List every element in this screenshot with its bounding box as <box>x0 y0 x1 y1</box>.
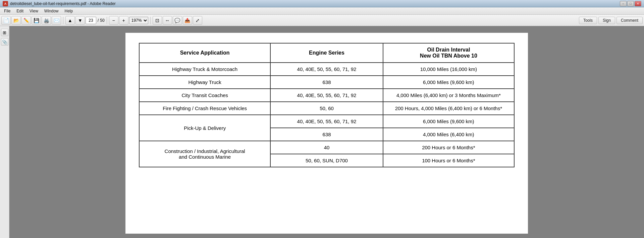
comment-button[interactable]: Comment <box>616 17 643 24</box>
new-button[interactable]: 📄 <box>1 16 11 25</box>
tools-button[interactable]: Tools <box>579 17 597 24</box>
header-service: Service Application <box>139 43 270 63</box>
title-bar-buttons: – □ ✕ <box>620 1 641 6</box>
table-row: Highway Truck 638 6,000 Miles (9,600 km) <box>139 76 514 89</box>
sep2 <box>107 17 107 24</box>
page-nav: / 50 <box>86 17 105 24</box>
title-bar-left: A detroitdiesel_lube-oil-fuel-requiremen… <box>3 1 116 6</box>
service-cell: City Transit Coaches <box>139 89 270 102</box>
sep1 <box>63 17 63 24</box>
attachments-button[interactable]: 📎 <box>1 38 8 46</box>
zoom-out-button[interactable]: − <box>109 16 118 25</box>
table-row: Pick-Up & Delivery 40, 40E, 50, 55, 60, … <box>139 115 514 128</box>
expand-button[interactable]: ⤢ <box>193 16 202 25</box>
sign-button[interactable]: Sign <box>598 17 615 24</box>
pdf-area[interactable]: Service Application Engine Series Oil Dr… <box>9 26 644 238</box>
share-button[interactable]: 📤 <box>183 16 192 25</box>
email-button[interactable]: ✉️ <box>52 16 61 25</box>
oil-cell: 10,000 Miles (16,000 km) <box>383 63 514 76</box>
menu-bar: File Edit View Window Help <box>0 7 644 15</box>
title-bar: A detroitdiesel_lube-oil-fuel-requiremen… <box>0 0 644 7</box>
menu-edit[interactable]: Edit <box>14 8 26 14</box>
service-cell: Highway Truck <box>139 76 270 89</box>
main-area: ⊞ 📎 Service Application Engine Series Oi… <box>0 26 644 238</box>
service-cell: Construction / Industrial, Agriculturala… <box>139 141 270 167</box>
maximize-button[interactable]: □ <box>627 1 634 6</box>
header-engine: Engine Series <box>270 43 383 63</box>
toolbar-right: Tools Sign Comment <box>579 17 643 24</box>
table-row: Construction / Industrial, Agriculturala… <box>139 141 514 154</box>
save-button[interactable]: 💾 <box>32 16 41 25</box>
oil-cell: 6,000 Miles (9,600 km) <box>383 115 514 128</box>
engine-cell: 638 <box>270 128 383 141</box>
toolbar: 📄 📂 ✏️ 💾 🖨️ ✉️ ▲ ▼ / 50 − + 197% 100% 15… <box>0 15 644 26</box>
open-button[interactable]: 📂 <box>11 16 21 25</box>
page-input[interactable] <box>86 17 96 24</box>
main-table: Service Application Engine Series Oil Dr… <box>139 43 515 167</box>
minimize-button[interactable]: – <box>620 1 627 6</box>
oil-cell: 100 Hours or 6 Months* <box>383 154 514 167</box>
next-page-button[interactable]: ▼ <box>75 16 85 25</box>
zoom-select[interactable]: 197% 100% 150% 200% <box>129 17 148 24</box>
edit-button[interactable]: ✏️ <box>21 16 31 25</box>
table-row: City Transit Coaches 40, 40E, 50, 55, 60… <box>139 89 514 102</box>
menu-view[interactable]: View <box>27 8 41 14</box>
table-header-row: Service Application Engine Series Oil Dr… <box>139 43 514 63</box>
service-cell: Highway Truck & Motorcoach <box>139 63 270 76</box>
pdf-page: Service Application Engine Series Oil Dr… <box>125 33 528 234</box>
oil-cell: 6,000 Miles (9,600 km) <box>383 76 514 89</box>
menu-help[interactable]: Help <box>62 8 76 14</box>
oil-cell: 4,000 Miles (6,400 km) <box>383 128 514 141</box>
engine-cell: 40 <box>270 141 383 154</box>
app-icon: A <box>3 1 8 6</box>
print-button[interactable]: 🖨️ <box>42 16 51 25</box>
table-row: Highway Truck & Motorcoach 40, 40E, 50, … <box>139 63 514 76</box>
comment-bubble-button[interactable]: 💬 <box>173 16 182 25</box>
engine-cell: 40, 40E, 50, 55, 60, 71, 92 <box>270 115 383 128</box>
service-cell: Pick-Up & Delivery <box>139 115 270 141</box>
menu-file[interactable]: File <box>1 8 13 14</box>
menu-window[interactable]: Window <box>42 8 61 14</box>
sep3 <box>150 17 151 24</box>
oil-cell: 200 Hours, 4,000 Miles (6,400 km) or 6 M… <box>383 102 514 115</box>
header-oil: Oil Drain IntervalNew Oil TBN Above 10 <box>383 43 514 63</box>
fit-page-button[interactable]: ⊡ <box>153 16 162 25</box>
left-panel: ⊞ 📎 <box>0 26 9 238</box>
service-cell: Fire Fighting / Crash Rescue Vehicles <box>139 102 270 115</box>
oil-cell: 4,000 Miles (6,400 km) or 3 Months Maxim… <box>383 89 514 102</box>
engine-cell: 638 <box>270 76 383 89</box>
page-separator: / <box>98 18 99 23</box>
prev-page-button[interactable]: ▲ <box>65 16 75 25</box>
fit-width-button[interactable]: ↔ <box>163 16 172 25</box>
close-button[interactable]: ✕ <box>635 1 641 6</box>
title-bar-text: detroitdiesel_lube-oil-fuel-requirements… <box>10 1 116 6</box>
zoom-in-button[interactable]: + <box>119 16 128 25</box>
engine-cell: 50, 60, SUN, D700 <box>270 154 383 167</box>
pages-button[interactable]: ⊞ <box>1 29 8 36</box>
page-total: 50 <box>100 18 104 23</box>
engine-cell: 50, 60 <box>270 102 383 115</box>
oil-cell: 200 Hours or 6 Months* <box>383 141 514 154</box>
engine-cell: 40, 40E, 50, 55, 60, 71, 92 <box>270 89 383 102</box>
engine-cell: 40, 40E, 50, 55, 60, 71, 92 <box>270 63 383 76</box>
table-row: Fire Fighting / Crash Rescue Vehicles 50… <box>139 102 514 115</box>
